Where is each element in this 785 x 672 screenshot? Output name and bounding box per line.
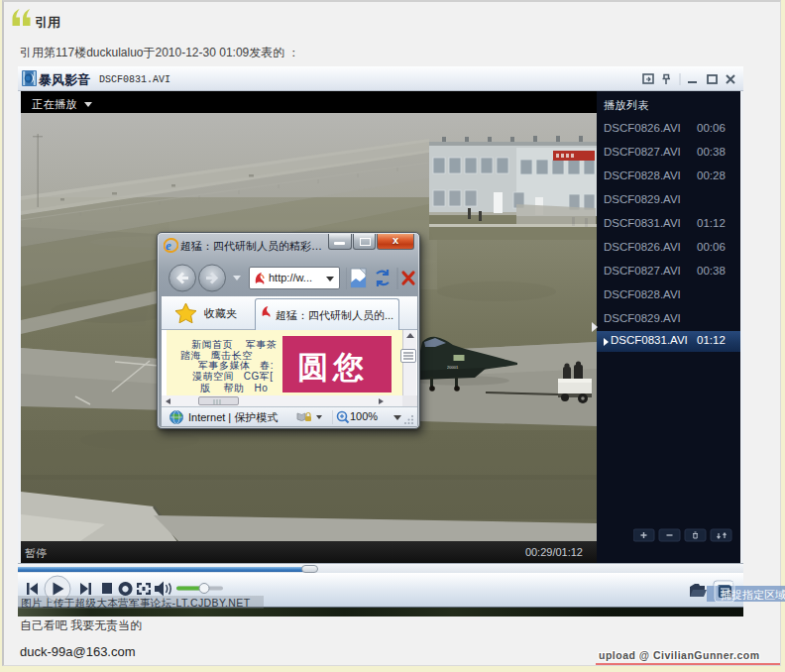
svg-text:e: e (166, 238, 171, 253)
svg-text:20001: 20001 (447, 365, 459, 370)
